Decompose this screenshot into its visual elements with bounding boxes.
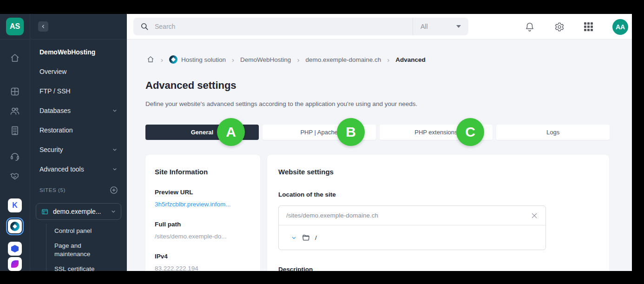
breadcrumb-home-icon[interactable] [146, 55, 155, 64]
sidebar-header: AS [0, 14, 127, 40]
sidebar-product-title: DemoWebHosting [30, 42, 127, 62]
chevron-down-icon[interactable] [291, 235, 297, 241]
app-media-icon[interactable] [8, 257, 22, 271]
location-input-row [279, 206, 545, 225]
app-web-hosting-icon[interactable] [8, 219, 22, 233]
website-settings-title: Website settings [278, 168, 598, 176]
topbar-actions: AA [525, 14, 628, 40]
app-launcher-icon[interactable] [584, 22, 593, 31]
sidebar-menu: DemoWebHosting Overview FTP / SSH Databa… [30, 40, 127, 271]
hosting-logo-icon [169, 55, 177, 64]
search-bar: All [133, 18, 468, 35]
add-site-icon[interactable] [109, 185, 118, 195]
annotation-badge-b: B [337, 118, 365, 146]
chevron-down-icon [111, 209, 116, 214]
notifications-bell-icon[interactable] [525, 22, 535, 32]
sites-section-header: SITES (5) [30, 185, 127, 196]
sidebar-item-overview[interactable]: Overview [30, 62, 127, 81]
settings-gear-icon[interactable] [554, 22, 565, 32]
sidebar-collapse-button[interactable] [38, 21, 48, 32]
search-icon [140, 22, 149, 31]
sidebar-item-ssl-certificate[interactable]: SSL certificate [54, 262, 115, 271]
chevron-down-icon [112, 166, 118, 172]
site-information-title: Site Information [155, 168, 251, 176]
chevron-down-icon [112, 147, 118, 152]
breadcrumb-separator-icon: › [161, 56, 163, 64]
full-path-label: Full path [155, 221, 251, 228]
app-ksuite-icon[interactable]: K [8, 198, 22, 212]
sidebar-item-control-panel[interactable]: Control panel [54, 224, 115, 238]
topbar: All AA [127, 14, 632, 40]
chevron-down-icon [112, 108, 118, 113]
page-title: Advanced settings [145, 79, 237, 92]
location-widget: / [278, 205, 546, 250]
sidebar-item-restoration[interactable]: Restoration [30, 120, 127, 140]
org-logo[interactable]: AS [6, 18, 24, 35]
users-icon[interactable] [9, 106, 20, 117]
search-input[interactable] [155, 23, 413, 30]
main-content: › Hosting solution › DemoWebHosting › de… [127, 40, 632, 271]
org-logo-cell: AS [0, 14, 30, 39]
location-input[interactable] [286, 212, 531, 219]
building-icon[interactable] [9, 125, 20, 136]
site-icon [41, 208, 49, 216]
chevron-left-icon [41, 24, 46, 29]
search-scope-dropdown[interactable]: All [413, 18, 468, 35]
site-selector-label: demo.exemple... [53, 208, 106, 215]
tree-root-label: / [315, 234, 317, 241]
breadcrumb-hosting-solution[interactable]: Hosting solution [169, 55, 226, 64]
breadcrumb-separator-icon: › [387, 56, 389, 64]
search-scope-value: All [421, 23, 428, 30]
breadcrumb-separator-icon: › [232, 56, 234, 64]
folder-icon [302, 233, 310, 242]
preview-url-link[interactable]: 3h5rfzcblbr.preview.infom... [155, 201, 251, 208]
website-settings-card: Website settings Location of the site / … [267, 155, 609, 271]
tab-bar: General PHP | Apache PHP extensions Logs [145, 125, 610, 140]
app-cloud-icon[interactable] [8, 242, 22, 256]
products-icon[interactable] [9, 86, 20, 97]
site-submenu: Control panel Page and maintenance SSL c… [46, 224, 127, 271]
breadcrumb: › Hosting solution › DemoWebHosting › de… [146, 55, 426, 64]
sidebar-item-ftp-ssh[interactable]: FTP / SSH [30, 81, 127, 101]
description-label: Description [278, 266, 598, 271]
sites-label: SITES (5) [39, 187, 66, 193]
annotation-badge-c: C [456, 118, 484, 146]
sidebar-item-advanced-tools[interactable]: Advanced tools [30, 159, 127, 179]
breadcrumb-domain[interactable]: demo.exemple-domaine.ch [305, 56, 381, 63]
preview-url-label: Preview URL [155, 189, 251, 196]
site-information-card: Site Information Preview URL 3h5rfzcblbr… [145, 155, 260, 271]
page-description: Define your website's advanced settings … [145, 100, 417, 107]
site-selector-dropdown[interactable]: demo.exemple... [36, 203, 121, 220]
partner-handshake-icon[interactable] [9, 170, 20, 181]
support-headset-icon[interactable] [9, 151, 20, 162]
sidebar-item-databases[interactable]: Databases [30, 101, 127, 120]
user-avatar[interactable]: AA [612, 19, 628, 35]
home-icon[interactable] [9, 53, 20, 64]
breadcrumb-separator-icon: › [297, 56, 299, 64]
annotation-badge-a: A [217, 118, 245, 146]
full-path-value: /sites/demo.exemple-do... [155, 233, 251, 240]
breadcrumb-advanced: Advanced [395, 56, 426, 63]
ipv4-label: IPv4 [155, 253, 251, 260]
icon-rail: K [0, 40, 30, 271]
clear-icon[interactable] [531, 212, 538, 219]
ipv4-value: 83.222.222.194 [155, 265, 251, 271]
sidebar: AS [0, 14, 127, 271]
location-label: Location of the site [278, 191, 598, 198]
sidebar-item-page-maintenance[interactable]: Page and maintenance [54, 238, 115, 262]
tab-logs[interactable]: Logs [496, 125, 610, 140]
sidebar-item-security[interactable]: Security [30, 140, 127, 159]
folder-tree-row[interactable]: / [279, 225, 545, 250]
app-window: AS [0, 14, 632, 271]
breadcrumb-demowebhosting[interactable]: DemoWebHosting [240, 56, 291, 63]
caret-down-icon [456, 25, 461, 28]
